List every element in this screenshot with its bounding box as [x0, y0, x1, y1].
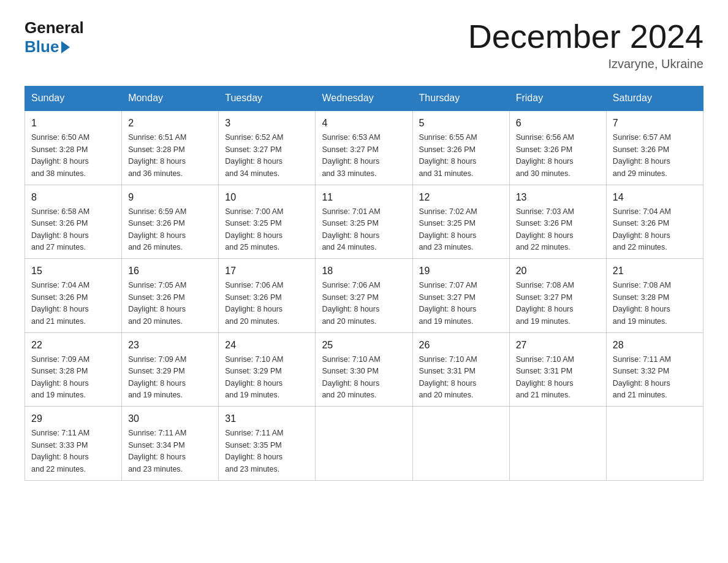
- calendar-cell: 29Sunrise: 7:11 AMSunset: 3:33 PMDayligh…: [25, 407, 122, 481]
- day-number: 19: [419, 264, 503, 278]
- day-number: 1: [31, 116, 115, 131]
- calendar-cell: [606, 407, 703, 481]
- day-number: 29: [31, 412, 115, 426]
- day-number: 16: [128, 264, 212, 278]
- day-info: Sunrise: 7:11 AMSunset: 3:32 PMDaylight:…: [613, 354, 697, 402]
- calendar-cell: 3Sunrise: 6:52 AMSunset: 3:27 PMDaylight…: [219, 110, 316, 185]
- calendar-cell: 8Sunrise: 6:58 AMSunset: 3:26 PMDaylight…: [25, 185, 122, 259]
- day-number: 11: [322, 190, 406, 205]
- month-title: December 2024: [468, 18, 703, 55]
- logo-general-text: General: [25, 18, 84, 37]
- day-number: 27: [516, 338, 600, 353]
- day-info: Sunrise: 7:01 AMSunset: 3:25 PMDaylight:…: [322, 206, 406, 254]
- day-info: Sunrise: 7:10 AMSunset: 3:31 PMDaylight:…: [516, 354, 600, 402]
- page-header: General Blue December 2024 Izvaryne, Ukr…: [25, 18, 703, 71]
- day-info: Sunrise: 7:04 AMSunset: 3:26 PMDaylight:…: [31, 280, 115, 327]
- calendar-cell: 15Sunrise: 7:04 AMSunset: 3:26 PMDayligh…: [25, 259, 122, 333]
- day-number: 28: [613, 338, 697, 353]
- calendar-header-tuesday: Tuesday: [219, 86, 316, 111]
- day-info: Sunrise: 6:50 AMSunset: 3:28 PMDaylight:…: [31, 132, 115, 180]
- calendar-week-row: 22Sunrise: 7:09 AMSunset: 3:28 PMDayligh…: [25, 332, 703, 407]
- day-number: 30: [128, 412, 212, 426]
- calendar-cell: 26Sunrise: 7:10 AMSunset: 3:31 PMDayligh…: [412, 332, 509, 407]
- day-info: Sunrise: 7:07 AMSunset: 3:27 PMDaylight:…: [419, 280, 503, 327]
- calendar-cell: 11Sunrise: 7:01 AMSunset: 3:25 PMDayligh…: [316, 185, 412, 259]
- day-info: Sunrise: 7:11 AMSunset: 3:34 PMDaylight:…: [128, 427, 212, 475]
- calendar-cell: 16Sunrise: 7:05 AMSunset: 3:26 PMDayligh…: [122, 259, 219, 333]
- day-info: Sunrise: 7:08 AMSunset: 3:28 PMDaylight:…: [613, 280, 697, 327]
- day-number: 3: [225, 116, 309, 131]
- day-info: Sunrise: 7:08 AMSunset: 3:27 PMDaylight:…: [516, 280, 600, 327]
- day-number: 12: [419, 190, 503, 205]
- day-info: Sunrise: 7:10 AMSunset: 3:29 PMDaylight:…: [225, 354, 309, 402]
- calendar-cell: 28Sunrise: 7:11 AMSunset: 3:32 PMDayligh…: [606, 332, 703, 407]
- day-number: 20: [516, 264, 600, 278]
- calendar-cell: 2Sunrise: 6:51 AMSunset: 3:28 PMDaylight…: [122, 110, 219, 185]
- calendar-week-row: 1Sunrise: 6:50 AMSunset: 3:28 PMDaylight…: [25, 110, 703, 185]
- calendar-cell: 14Sunrise: 7:04 AMSunset: 3:26 PMDayligh…: [606, 185, 703, 259]
- calendar-header-row: SundayMondayTuesdayWednesdayThursdayFrid…: [25, 86, 703, 111]
- day-number: 2: [128, 116, 212, 131]
- calendar-cell: 6Sunrise: 6:56 AMSunset: 3:26 PMDaylight…: [509, 110, 606, 185]
- day-number: 10: [225, 190, 309, 205]
- day-number: 6: [516, 116, 600, 131]
- day-info: Sunrise: 7:11 AMSunset: 3:33 PMDaylight:…: [31, 427, 115, 475]
- day-info: Sunrise: 6:56 AMSunset: 3:26 PMDaylight:…: [516, 132, 600, 180]
- calendar-cell: 13Sunrise: 7:03 AMSunset: 3:26 PMDayligh…: [509, 185, 606, 259]
- calendar-cell: 12Sunrise: 7:02 AMSunset: 3:25 PMDayligh…: [412, 185, 509, 259]
- day-info: Sunrise: 7:10 AMSunset: 3:31 PMDaylight:…: [419, 354, 503, 402]
- calendar-cell: [412, 407, 509, 481]
- calendar-week-row: 29Sunrise: 7:11 AMSunset: 3:33 PMDayligh…: [25, 407, 703, 481]
- calendar-cell: 25Sunrise: 7:10 AMSunset: 3:30 PMDayligh…: [316, 332, 412, 407]
- title-block: December 2024 Izvaryne, Ukraine: [468, 18, 703, 71]
- calendar-header-thursday: Thursday: [412, 86, 509, 111]
- calendar-cell: 27Sunrise: 7:10 AMSunset: 3:31 PMDayligh…: [509, 332, 606, 407]
- day-info: Sunrise: 7:09 AMSunset: 3:29 PMDaylight:…: [128, 354, 212, 402]
- day-number: 7: [613, 116, 697, 131]
- calendar-cell: 17Sunrise: 7:06 AMSunset: 3:26 PMDayligh…: [219, 259, 316, 333]
- calendar-header-sunday: Sunday: [25, 86, 122, 111]
- day-number: 4: [322, 116, 406, 131]
- day-number: 9: [128, 190, 212, 205]
- day-info: Sunrise: 6:58 AMSunset: 3:26 PMDaylight:…: [31, 206, 115, 254]
- calendar-cell: 4Sunrise: 6:53 AMSunset: 3:27 PMDaylight…: [316, 110, 412, 185]
- day-number: 21: [613, 264, 697, 278]
- calendar-cell: [316, 407, 412, 481]
- day-info: Sunrise: 6:55 AMSunset: 3:26 PMDaylight:…: [419, 132, 503, 180]
- day-info: Sunrise: 7:00 AMSunset: 3:25 PMDaylight:…: [225, 206, 309, 254]
- day-number: 31: [225, 412, 309, 426]
- calendar-week-row: 15Sunrise: 7:04 AMSunset: 3:26 PMDayligh…: [25, 259, 703, 333]
- day-info: Sunrise: 7:03 AMSunset: 3:26 PMDaylight:…: [516, 206, 600, 254]
- day-number: 18: [322, 264, 406, 278]
- day-info: Sunrise: 7:06 AMSunset: 3:26 PMDaylight:…: [225, 280, 309, 327]
- logo-blue-text: Blue: [25, 37, 59, 56]
- day-info: Sunrise: 7:10 AMSunset: 3:30 PMDaylight:…: [322, 354, 406, 402]
- day-info: Sunrise: 7:11 AMSunset: 3:35 PMDaylight:…: [225, 427, 309, 475]
- logo-arrow-icon: [61, 41, 70, 53]
- day-info: Sunrise: 7:09 AMSunset: 3:28 PMDaylight:…: [31, 354, 115, 402]
- day-number: 17: [225, 264, 309, 278]
- calendar-header-saturday: Saturday: [606, 86, 703, 111]
- day-number: 13: [516, 190, 600, 205]
- day-info: Sunrise: 7:04 AMSunset: 3:26 PMDaylight:…: [613, 206, 697, 254]
- calendar-cell: 31Sunrise: 7:11 AMSunset: 3:35 PMDayligh…: [219, 407, 316, 481]
- calendar-cell: 19Sunrise: 7:07 AMSunset: 3:27 PMDayligh…: [412, 259, 509, 333]
- calendar-cell: 21Sunrise: 7:08 AMSunset: 3:28 PMDayligh…: [606, 259, 703, 333]
- day-info: Sunrise: 6:57 AMSunset: 3:26 PMDaylight:…: [613, 132, 697, 180]
- day-number: 15: [31, 264, 115, 278]
- day-info: Sunrise: 6:51 AMSunset: 3:28 PMDaylight:…: [128, 132, 212, 180]
- calendar-cell: 10Sunrise: 7:00 AMSunset: 3:25 PMDayligh…: [219, 185, 316, 259]
- calendar-cell: 9Sunrise: 6:59 AMSunset: 3:26 PMDaylight…: [122, 185, 219, 259]
- day-number: 5: [419, 116, 503, 131]
- day-number: 26: [419, 338, 503, 353]
- day-number: 24: [225, 338, 309, 353]
- day-number: 8: [31, 190, 115, 205]
- logo-text: General: [25, 18, 84, 37]
- calendar-cell: 18Sunrise: 7:06 AMSunset: 3:27 PMDayligh…: [316, 259, 412, 333]
- calendar-cell: 23Sunrise: 7:09 AMSunset: 3:29 PMDayligh…: [122, 332, 219, 407]
- day-info: Sunrise: 6:59 AMSunset: 3:26 PMDaylight:…: [128, 206, 212, 254]
- calendar-cell: [509, 407, 606, 481]
- day-number: 14: [613, 190, 697, 205]
- day-number: 22: [31, 338, 115, 353]
- calendar-cell: 22Sunrise: 7:09 AMSunset: 3:28 PMDayligh…: [25, 332, 122, 407]
